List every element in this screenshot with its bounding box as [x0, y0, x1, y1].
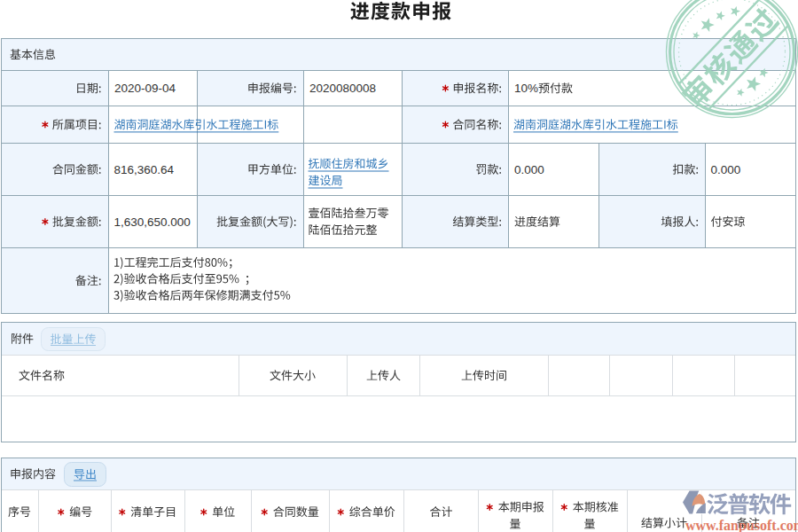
svg-text:816,360.64: 816,360.64 — [114, 163, 175, 176]
svg-text:0.000: 0.000 — [711, 163, 741, 176]
svg-text:2020-09-04: 2020-09-04 — [114, 82, 176, 95]
svg-text:www.fanpusoft.com: www.fanpusoft.com — [685, 518, 798, 532]
svg-text:2020080008: 2020080008 — [309, 82, 376, 95]
svg-text:0.000: 0.000 — [514, 163, 544, 176]
svg-text:1,630,650.000: 1,630,650.000 — [114, 215, 191, 229]
svg-text:10%: 10% — [514, 82, 538, 95]
